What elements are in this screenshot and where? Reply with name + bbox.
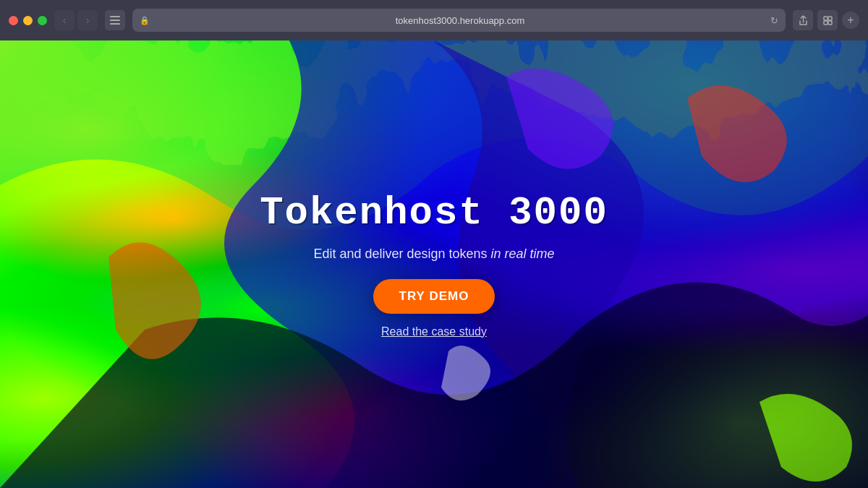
add-tab-button[interactable]: +: [842, 12, 859, 29]
minimize-button[interactable]: [23, 16, 33, 25]
share-icon: [799, 15, 808, 25]
hero-subtitle: Edit and deliver design tokens in real t…: [313, 247, 554, 262]
try-demo-button[interactable]: Try Demo: [373, 279, 495, 314]
lock-icon: 🔒: [140, 16, 150, 25]
tab-view-button[interactable]: [817, 10, 838, 30]
forward-button[interactable]: ›: [77, 10, 98, 30]
svg-rect-3: [824, 17, 827, 20]
browser-chrome: ‹ › 🔒 tokenhost3000.herokuapp.com ↻: [0, 0, 868, 40]
browser-content: Tokenhost 3000 Edit and deliver design t…: [0, 40, 868, 488]
maximize-button[interactable]: [38, 16, 47, 25]
hero-title: Tokenhost 3000: [260, 191, 608, 235]
back-button[interactable]: ‹: [54, 10, 75, 30]
refresh-button[interactable]: ↻: [770, 15, 778, 26]
svg-rect-5: [824, 21, 827, 25]
nav-buttons: ‹ ›: [54, 10, 98, 30]
svg-rect-2: [110, 23, 120, 25]
share-button[interactable]: [793, 10, 813, 30]
add-tab-icon: +: [847, 14, 854, 27]
traffic-lights: [9, 16, 47, 25]
close-button[interactable]: [9, 16, 18, 25]
subtitle-plain: Edit and deliver design tokens: [313, 247, 490, 261]
sidebar-button[interactable]: [105, 10, 125, 30]
svg-rect-1: [110, 20, 120, 21]
sidebar-icon: [110, 16, 120, 25]
forward-icon: ›: [86, 14, 90, 26]
svg-rect-0: [110, 16, 120, 17]
url-text: tokenhost3000.herokuapp.com: [154, 15, 766, 26]
subtitle-italic: in real time: [491, 247, 555, 261]
address-bar[interactable]: 🔒 tokenhost3000.herokuapp.com ↻: [132, 9, 786, 32]
case-study-link[interactable]: Read the case study: [381, 325, 487, 338]
browser-actions: +: [793, 10, 859, 30]
back-icon: ‹: [63, 14, 67, 26]
hero-content: Tokenhost 3000 Edit and deliver design t…: [0, 40, 868, 488]
svg-rect-6: [828, 21, 832, 25]
tab-view-icon: [823, 16, 833, 25]
svg-rect-4: [828, 17, 832, 20]
